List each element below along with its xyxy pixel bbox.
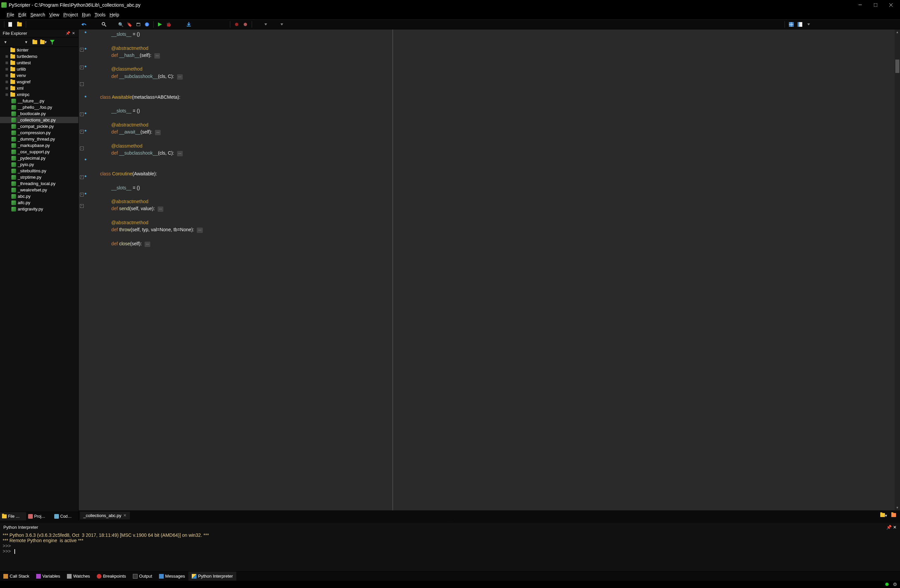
fold-toggle-icon[interactable]: + <box>80 112 84 116</box>
panel-tab-project[interactable]: Proj… <box>26 512 52 520</box>
tree-folder[interactable]: ⊞unittest <box>0 60 78 66</box>
layout-grid-icon[interactable] <box>788 21 795 28</box>
tree-file[interactable]: _strptime.py <box>0 174 78 180</box>
info-icon[interactable]: i <box>143 21 151 28</box>
main-toolbar: 🔍 🔖 🗔 i 🐞 <box>0 19 900 29</box>
menu-file[interactable]: File <box>7 12 14 17</box>
tab-variables[interactable]: Variables <box>33 572 64 581</box>
close-tab-icon[interactable]: ✕ <box>123 513 127 518</box>
stop-icon[interactable] <box>233 21 240 28</box>
svg-point-10 <box>235 23 238 26</box>
close-button[interactable] <box>883 0 898 10</box>
tree-file[interactable]: antigravity.py <box>0 206 78 212</box>
browser-icon[interactable]: 🗔 <box>135 21 142 28</box>
folder-drop-icon[interactable]: ▾ <box>40 39 47 45</box>
close-panel-icon[interactable]: ✕ <box>893 525 897 530</box>
fold-toggle-icon[interactable]: − <box>80 147 84 150</box>
interpreter-output[interactable]: *** Python 3.6.3 (v3.6.3:2c5fed8, Oct 3 … <box>0 531 900 571</box>
tree-file[interactable]: _compat_pickle.py <box>0 123 78 130</box>
folder-browse-icon[interactable] <box>31 39 38 45</box>
tree-file[interactable]: _bootlocale.py <box>0 110 78 117</box>
tab-watches[interactable]: Watches <box>64 572 93 581</box>
editor-tab[interactable]: _collections_abc.py ✕ <box>80 512 130 520</box>
fold-toggle-icon[interactable]: + <box>80 65 84 69</box>
tree-file[interactable]: _pyio.py <box>0 161 78 168</box>
run-icon[interactable] <box>156 21 164 28</box>
tab-python-interpreter[interactable]: Python Interpreter <box>188 572 236 581</box>
chevron-down-icon[interactable]: ▾ <box>23 39 29 45</box>
menu-tools[interactable]: Tools <box>95 12 106 17</box>
menu-run[interactable]: Run <box>82 12 91 17</box>
tree-file[interactable]: __phello__.foo.py <box>0 104 78 110</box>
abort-icon[interactable] <box>242 21 249 28</box>
layout-split-icon[interactable] <box>796 21 804 28</box>
svg-rect-9 <box>187 26 191 26</box>
flag-icon[interactable]: 🔖 <box>126 21 133 28</box>
menu-edit[interactable]: Edit <box>19 12 26 17</box>
menu-project[interactable]: Project <box>63 12 78 17</box>
workspace: File Explorer 📌 ✕ ▾ ▾ ▾ ·tkinter⊞turtled… <box>0 29 900 520</box>
tab-call-stack[interactable]: Call Stack <box>0 572 33 581</box>
debug-icon[interactable]: 🐞 <box>165 21 172 28</box>
tree-folder[interactable]: ⊞wsgiref <box>0 79 78 85</box>
tree-folder[interactable]: ⊞xml <box>0 85 78 92</box>
tree-file[interactable]: _markupbase.py <box>0 142 78 149</box>
fold-toggle-icon[interactable]: + <box>80 130 84 133</box>
tree-folder[interactable]: ⊞turtledemo <box>0 53 78 60</box>
file-tree[interactable]: ·tkinter⊞turtledemo⊞unittest⊞urllib⊞venv… <box>0 47 78 512</box>
menu-search[interactable]: Search <box>31 12 45 17</box>
editor-scrollbar[interactable]: ▲ ▼ <box>895 29 900 510</box>
filter-icon[interactable] <box>49 39 56 45</box>
menu-help[interactable]: Help <box>109 12 119 17</box>
splitter-horizontal[interactable]: ······ <box>0 520 900 523</box>
python-file-icon <box>11 150 16 154</box>
dropdown-1[interactable] <box>262 21 269 28</box>
tree-file[interactable]: _compression.py <box>0 130 78 136</box>
tab-output[interactable]: Output <box>130 572 156 581</box>
code-editor[interactable]: + + − + + − + + + __slots__ = () @abstra… <box>79 29 900 510</box>
fold-toggle-icon[interactable]: + <box>80 175 84 179</box>
tree-folder[interactable]: ⊞urllib <box>0 66 78 72</box>
maximize-button[interactable] <box>868 0 883 10</box>
fold-toggle-icon[interactable]: + <box>80 193 84 197</box>
code-content[interactable]: __slots__ = () @abstractmethod def __has… <box>99 29 900 510</box>
panel-tab-code[interactable]: Cod… <box>52 512 78 520</box>
tab-messages[interactable]: Messages <box>156 572 188 581</box>
tree-file[interactable]: aifc.py <box>0 199 78 206</box>
tab-breakpoints[interactable]: Breakpoints <box>93 572 130 581</box>
tree-file[interactable]: _weakrefset.py <box>0 187 78 193</box>
tree-folder[interactable]: ⊞xmlrpc <box>0 92 78 98</box>
tree-folder[interactable]: ⊞venv <box>0 72 78 79</box>
tree-file[interactable]: _osx_support.py <box>0 149 78 155</box>
dropdown-3[interactable] <box>805 21 812 28</box>
minimize-button[interactable] <box>852 0 868 10</box>
tree-file[interactable]: _dummy_thread.py <box>0 136 78 142</box>
download-icon[interactable] <box>185 21 192 28</box>
panel-tab-file[interactable]: File … <box>0 512 26 520</box>
fold-toggle-icon[interactable]: + <box>80 48 84 51</box>
chevron-down-icon[interactable]: ▾ <box>2 39 9 45</box>
tree-file[interactable]: _collections_abc.py <box>0 117 78 123</box>
pin-icon[interactable]: 📌 <box>886 525 892 530</box>
open-folder-icon[interactable] <box>891 513 896 518</box>
tree-file[interactable]: _pydecimal.py <box>0 155 78 161</box>
scroll-down-icon[interactable]: ▼ <box>895 505 900 510</box>
tree-folder[interactable]: ·tkinter <box>0 47 78 53</box>
new-file-icon[interactable] <box>7 21 14 28</box>
open-folder-icon[interactable]: ▾ <box>880 513 887 518</box>
close-panel-icon[interactable]: ✕ <box>71 31 76 36</box>
menu-view[interactable]: View <box>49 12 59 17</box>
dropdown-2[interactable] <box>278 21 286 28</box>
tree-file[interactable]: _sitebuiltins.py <box>0 168 78 174</box>
tree-file[interactable]: __future__.py <box>0 98 78 104</box>
fold-toggle-icon[interactable]: − <box>80 82 84 86</box>
tree-file[interactable]: abc.py <box>0 193 78 199</box>
tree-file[interactable]: _threading_local.py <box>0 180 78 187</box>
pin-icon[interactable]: 📌 <box>65 31 70 36</box>
undo-icon[interactable] <box>80 21 88 28</box>
open-folder-icon[interactable] <box>16 21 23 28</box>
fold-toggle-icon[interactable]: + <box>80 204 84 208</box>
search-icon[interactable] <box>101 21 108 28</box>
find-icon[interactable]: 🔍 <box>117 21 124 28</box>
scroll-up-icon[interactable]: ▲ <box>895 29 900 35</box>
